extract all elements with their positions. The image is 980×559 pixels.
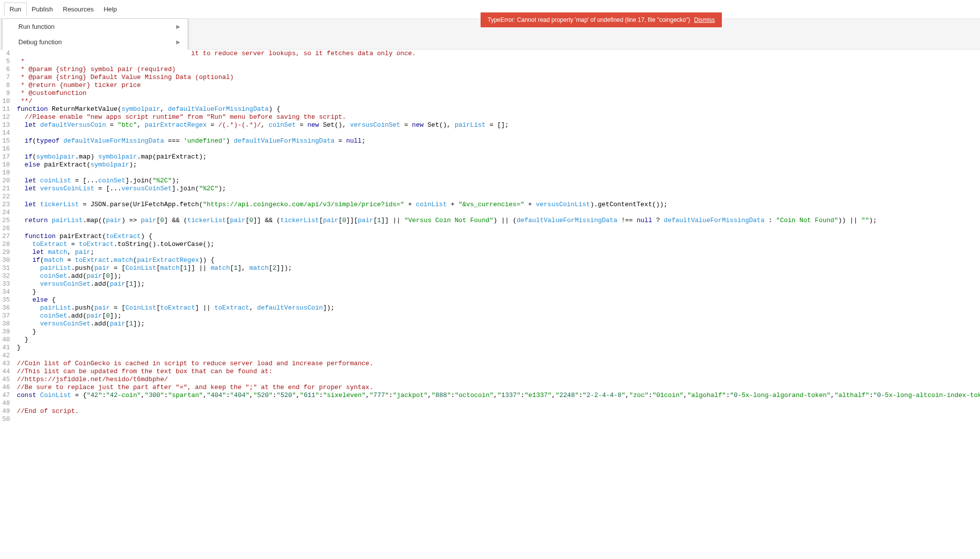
menu-help[interactable]: Help (99, 3, 122, 15)
error-message: TypeError: Cannot read property 'map' of… (488, 16, 690, 23)
menu-debug-function-label: Debug function (18, 38, 62, 46)
error-dismiss-link[interactable]: Dismiss (694, 16, 715, 23)
menu-run-function[interactable]: Run function ▶ (2, 19, 188, 34)
menu-run[interactable]: Run (4, 2, 27, 16)
run-menu-dropdown: Run function ▶ Debug function ▶ Test as … (2, 18, 188, 50)
menu-run-function-label: Run function (18, 23, 55, 30)
menu-publish[interactable]: Publish (27, 3, 58, 15)
chevron-right-icon: ▶ (176, 24, 180, 29)
chevron-right-icon: ▶ (176, 39, 180, 45)
menu-debug-function[interactable]: Debug function ▶ (2, 34, 188, 50)
error-banner: TypeError: Cannot read property 'map' of… (481, 12, 722, 27)
menu-resources[interactable]: Resources (58, 3, 99, 15)
